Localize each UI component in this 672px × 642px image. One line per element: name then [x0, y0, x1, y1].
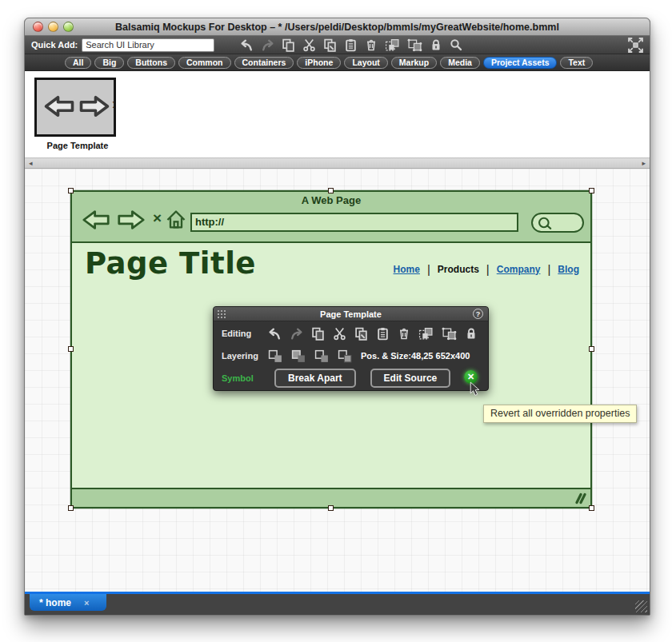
- scroll-right-icon[interactable]: ▸: [642, 159, 646, 167]
- asset-scrollbar[interactable]: ◂ ▸: [25, 158, 650, 169]
- undo-icon[interactable]: [240, 38, 254, 52]
- tab-text[interactable]: Text: [560, 57, 593, 69]
- inspector-title: Page Template: [320, 309, 382, 319]
- mockup-nav-links: Home | Products | Company | Blog: [394, 262, 579, 276]
- send-to-back-icon[interactable]: [338, 349, 353, 363]
- fullscreen-icon[interactable]: [628, 38, 643, 53]
- help-icon[interactable]: ?: [473, 309, 483, 319]
- selection-handle-e[interactable]: [589, 346, 594, 352]
- symbol-row: Symbol Break Apart Edit Source: [214, 366, 488, 390]
- asset-item-page-template[interactable]: › Page Template: [33, 78, 122, 150]
- lock-icon[interactable]: [430, 38, 442, 51]
- pos-size-readout: Pos. & Size:48,25 652x400: [361, 351, 470, 361]
- tab-all[interactable]: All: [65, 57, 91, 69]
- delete-icon[interactable]: [398, 327, 410, 340]
- cut-icon[interactable]: [302, 38, 316, 52]
- edit-source-button[interactable]: Edit Source: [370, 369, 451, 388]
- page-title-text: Page Title: [85, 246, 256, 281]
- copy-icon[interactable]: [282, 38, 295, 52]
- back-arrow-icon: [82, 209, 110, 231]
- asset-thumbnail[interactable]: ›: [34, 78, 116, 137]
- window-title: Balsamiq Mockups For Desktop – * /Users/…: [115, 22, 559, 33]
- nav-link-home: Home: [394, 264, 420, 275]
- url-field: http://: [190, 213, 518, 232]
- send-backward-icon[interactable]: [314, 349, 330, 363]
- main-toolbar: Quick Add:: [25, 36, 650, 54]
- undo-icon[interactable]: [268, 327, 282, 341]
- drag-handle-icon[interactable]: [217, 309, 226, 319]
- selection-handle-nw[interactable]: [68, 188, 74, 193]
- zoom-tool-icon[interactable]: [450, 38, 462, 51]
- ungroup-icon[interactable]: [407, 38, 422, 52]
- selection-handle-se[interactable]: [589, 505, 594, 511]
- search-input[interactable]: [82, 38, 214, 52]
- selection-handle-s[interactable]: [328, 505, 334, 511]
- tab-iphone[interactable]: iPhone: [297, 57, 341, 69]
- editing-row: Editing: [214, 321, 488, 345]
- paste-special-icon[interactable]: [323, 38, 337, 52]
- selection-handle-n[interactable]: [328, 188, 334, 193]
- tab-buttons[interactable]: Buttons: [127, 57, 175, 69]
- stop-icon: ×: [153, 209, 162, 227]
- redo-icon[interactable]: [290, 327, 303, 341]
- library-tab-bar: All Big Buttons Common Containers iPhone…: [25, 54, 650, 71]
- tab-media[interactable]: Media: [440, 57, 480, 69]
- browser-search-icon: [536, 214, 557, 231]
- mouse-cursor-icon: [470, 381, 480, 397]
- ungroup-icon[interactable]: [442, 327, 457, 341]
- lock-icon[interactable]: [465, 327, 478, 340]
- window-resize-grip[interactable]: [635, 600, 647, 612]
- browser-window-title: A Web Page: [72, 194, 590, 206]
- thumb-forward-arrow-icon: [78, 94, 110, 118]
- tab-project-assets[interactable]: Project Assets: [483, 57, 558, 69]
- app-window: Balsamiq Mockups For Desktop – * /Users/…: [24, 18, 650, 616]
- layering-row: Layering Pos. & Size:48,25 652x400: [214, 345, 488, 366]
- minimize-window-button[interactable]: [48, 22, 58, 32]
- tab-big[interactable]: Big: [94, 57, 124, 69]
- title-bar[interactable]: Balsamiq Mockups For Desktop – * /Users/…: [25, 18, 650, 36]
- browser-chrome: A Web Page × http://: [72, 192, 590, 243]
- selection-handle-ne[interactable]: [589, 188, 594, 193]
- tooltip: Revert all overridden properties: [483, 405, 637, 423]
- bring-to-front-icon[interactable]: [268, 349, 283, 363]
- document-tab-home[interactable]: * home ×: [30, 594, 106, 611]
- nav-separator: |: [547, 262, 550, 276]
- tab-containers[interactable]: Containers: [234, 57, 294, 69]
- paste-special-icon[interactable]: [354, 327, 368, 341]
- nav-link-company: Company: [497, 264, 541, 275]
- delete-icon[interactable]: [365, 38, 378, 51]
- home-icon: [165, 209, 187, 231]
- selection-handle-sw[interactable]: [68, 505, 74, 511]
- bring-forward-icon[interactable]: [291, 349, 306, 363]
- nav-link-blog: Blog: [558, 264, 579, 275]
- thumb-close-glyph: ›: [112, 94, 116, 113]
- copy-icon[interactable]: [311, 327, 325, 341]
- mockup-footer-bar: [72, 488, 590, 507]
- paste-icon[interactable]: [376, 327, 390, 341]
- nav-link-products: Products: [438, 264, 479, 275]
- property-inspector[interactable]: Page Template ? Editing Layering: [213, 306, 489, 391]
- selection-handle-w[interactable]: [68, 346, 74, 352]
- mockup-canvas[interactable]: A Web Page × http:// Page Title Home | P…: [25, 169, 650, 592]
- tab-common[interactable]: Common: [178, 57, 231, 69]
- asset-label: Page Template: [33, 141, 122, 150]
- tab-layout[interactable]: Layout: [344, 57, 387, 69]
- redo-icon[interactable]: [261, 38, 274, 52]
- nav-separator: |: [427, 262, 430, 276]
- group-icon[interactable]: [418, 327, 434, 341]
- scroll-left-icon[interactable]: ◂: [29, 159, 33, 167]
- document-tab-bar: * home ×: [25, 594, 650, 615]
- tab-markup[interactable]: Markup: [391, 57, 437, 69]
- forward-arrow-icon: [117, 209, 146, 231]
- document-tab-label: * home: [39, 597, 71, 608]
- close-tab-icon[interactable]: ×: [84, 598, 89, 608]
- layering-label: Layering: [222, 351, 260, 361]
- inspector-header[interactable]: Page Template ?: [214, 307, 488, 321]
- paste-icon[interactable]: [344, 38, 358, 52]
- nav-separator: |: [486, 262, 490, 276]
- zoom-window-button[interactable]: [63, 22, 74, 32]
- cut-icon[interactable]: [333, 327, 346, 341]
- break-apart-button[interactable]: Break Apart: [274, 369, 356, 388]
- group-icon[interactable]: [385, 38, 400, 52]
- close-window-button[interactable]: [33, 22, 43, 32]
